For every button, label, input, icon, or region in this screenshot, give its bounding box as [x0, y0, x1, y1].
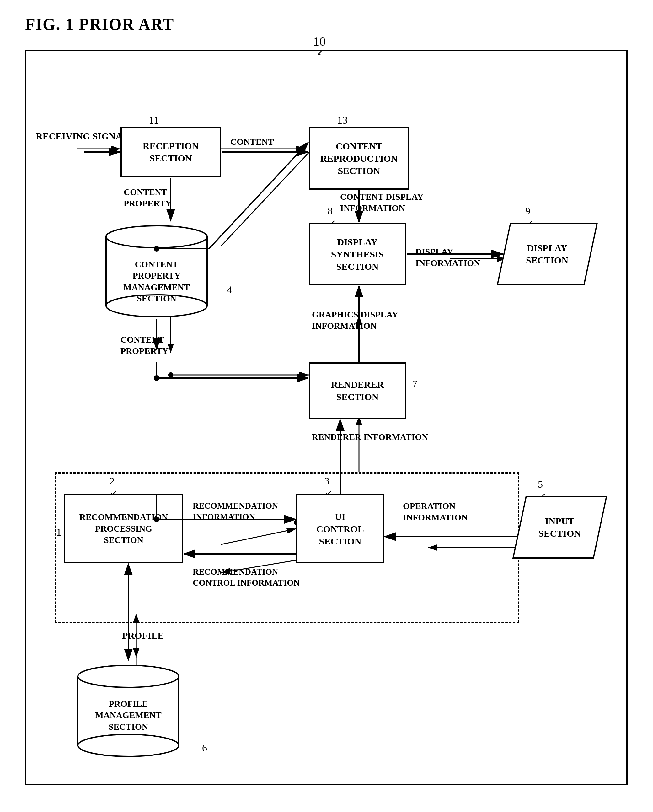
display-synthesis-box: DISPLAYSYNTHESISSECTION [309, 223, 406, 285]
display-info-label: DISPLAYINFORMATION [416, 246, 480, 269]
svg-line-34 [209, 143, 308, 249]
svg-point-50 [154, 375, 160, 381]
recommendation-control-label: RECOMMENDATIONCONTROL INFORMATION [193, 566, 300, 588]
svg-point-23 [106, 226, 207, 248]
reception-section-box: RECEPTIONSECTION [120, 127, 221, 177]
ref-6: 6 [202, 742, 207, 754]
svg-point-37 [154, 375, 160, 381]
content-property-label-2: CONTENTPROPERTY [120, 334, 169, 357]
ref-4: 4 [227, 284, 232, 296]
content-reproduction-box: CONTENTREPRODUCTIONSECTION [309, 127, 409, 190]
recommendation-info-label: RECOMMENDATIONINFORMATION [193, 501, 279, 522]
renderer-section-box: RENDERERSECTION [309, 362, 406, 419]
graphics-display-info-label: GRAPHICS DISPLAYINFORMATION [312, 309, 398, 332]
content-property-mgmt-cylinder: CONTENTPROPERTYMANAGEMENTSECTION [105, 221, 209, 318]
operation-info-label: OPERATIONINFORMATION [403, 501, 467, 524]
svg-line-7 [221, 143, 318, 246]
receiving-signal-label: RECEIVING SIGNAL [36, 130, 129, 142]
input-section-box: INPUTSECTION [512, 496, 607, 559]
profile-mgmt-cylinder: PROFILEMANAGEMENTSECTION [76, 661, 180, 758]
diagram-container: RECEIVING SIGNAL 11↙ RECEPTIONSECTION CO… [25, 50, 627, 785]
svg-point-21 [168, 372, 173, 377]
page-title: FIG. 1 PRIOR ART [25, 15, 174, 34]
ref-7: 7 [413, 378, 417, 390]
svg-point-9 [168, 372, 173, 377]
profile-label: PROFILE [122, 629, 164, 641]
recommendation-processing-box: RECOMMENDATIONPROCESSINGSECTION [64, 494, 183, 563]
display-section-box: DISPLAYSECTION [497, 223, 598, 285]
renderer-info-label: RENDERER INFORMATION [312, 432, 428, 443]
svg-point-26 [78, 665, 179, 687]
ui-control-box: UICONTROLSECTION [296, 494, 384, 563]
svg-point-27 [78, 734, 179, 756]
content-property-label-1: CONTENTPROPERTY [123, 186, 172, 209]
content-label: CONTENT [230, 136, 274, 148]
content-display-info-label: CONTENT DISPLAYINFORMATION [340, 191, 423, 214]
